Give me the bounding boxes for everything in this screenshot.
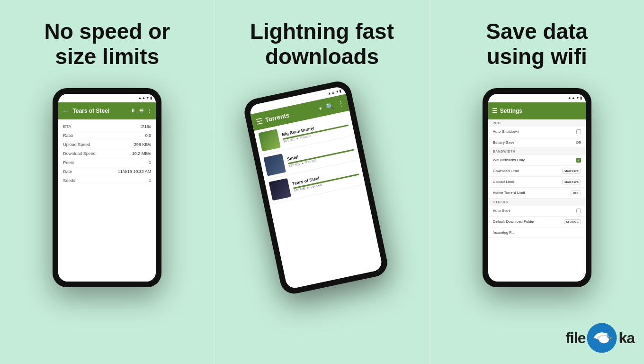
list-icon[interactable]: ☰ [139,108,143,113]
phone-2: ▲▲ ▾ ▮ ☰ Torrents + 🔍 [242,79,390,296]
upload-limit-btn[interactable]: MAX KB/S [562,180,581,184]
detail-label-seeds: Seeds [63,178,75,183]
thumb-bbb [258,129,280,151]
panel-2: Lightning fast downloads ▲▲ ▾ ▮ [215,0,429,364]
phone-2-screen: ▲▲ ▾ ▮ ☰ Torrents + 🔍 [249,85,383,289]
incoming-label: Incoming P... [493,230,515,235]
download-limit-btn[interactable]: MAX KB/S [562,169,581,173]
wifi-icon-2: ▾ [336,89,339,94]
download-limit-label: Download Limit [493,169,519,173]
app-bar-icons-1: ⏸ ☰ ⋮ [131,108,152,113]
dot-2: ● [301,161,304,164]
battery-icon-3: ▮ [580,96,582,100]
phone-3-screen: ▲▲ ▾ ▮ ☰ Settings PRO Auto-Shu [488,94,586,282]
battery-icon-1: ▮ [150,96,152,100]
status-bar-1: ▲▲ ▾ ▮ [58,94,156,102]
detail-row-ratio: Ratio 0.0 [63,131,151,140]
wifi-label: Wifi Networks Only [493,158,525,162]
signal-icon-2: ▲▲ [327,90,335,95]
add-icon[interactable]: + [318,104,323,112]
pause-icon[interactable]: ⏸ [131,108,135,113]
more-icon-2[interactable]: ⋮ [337,100,345,109]
download-folder-btn[interactable]: CHANGE [564,219,581,224]
section-header-pro: PRO [488,119,586,127]
fileksa-text-2: ka [618,329,635,347]
status-bar-3: ▲▲ ▾ ▮ [488,94,586,102]
detail-value-eta: ⏱15s [140,124,152,129]
detail-label-eta: ETA [63,124,71,129]
settings-app-bar: ☰ Settings [488,102,586,119]
hamburger-icon-3[interactable]: ☰ [492,108,497,114]
fileksa-bird-icon [585,321,618,355]
settings-row-download-limit: Download Limit MAX KB/S [488,166,586,177]
svg-point-4 [607,337,608,338]
settings-row-upload-limit: Upload Limit MAX KB/S [488,177,586,188]
download-folder-label: Default Download Folder [493,219,535,224]
autoshutdown-label: Auto-Shutdown [493,129,519,134]
wifi-checkbox[interactable]: ✓ [576,158,581,163]
settings-row-torrent-limit: Active Torrent Limit OFF [488,188,586,199]
autostart-checkbox[interactable] [576,209,581,213]
detail-row-date: Date 11/4/19 10:32 AM [63,167,151,176]
battery-label: Battery Saver [493,140,516,145]
settings-row-incoming: Incoming P... [488,228,586,238]
back-icon-1[interactable]: ← [62,107,69,115]
settings-row-autostart: Auto-Start [488,206,586,217]
detail-label-ratio: Ratio [63,133,73,138]
detail-value-ratio: 0.0 [145,133,152,138]
app-bar-title-1: Tears of Steel [72,108,128,114]
phone-1: ▲▲ ▾ ▮ ← Tears of Steel ⏸ ☰ ⋮ [53,88,161,287]
panels-row: No speed or size limits ▲▲ ▾ ▮ ← [0,0,644,364]
more-icon[interactable]: ⋮ [147,108,152,113]
app-bar-1: ← Tears of Steel ⏸ ☰ ⋮ [58,102,156,119]
detail-row-upload: Upload Speed 298 KB/s [63,140,151,149]
torrent-limit-btn[interactable]: OFF [571,191,581,195]
torrent-detail: ETA ⏱15s Ratio 0.0 Upload Speed 298 KB/s [58,119,156,188]
detail-label-upload: Upload Speed [63,142,90,147]
phone-3: ▲▲ ▾ ▮ ☰ Settings PRO Auto-Shu [483,88,591,287]
phone-2-wrapper: ▲▲ ▾ ▮ ☰ Torrents + 🔍 [260,83,384,287]
detail-label-peers: Peers [63,160,74,165]
hamburger-icon[interactable]: ☰ [255,116,263,126]
detail-value-upload: 298 KB/s [134,142,152,147]
settings-title: Settings [500,108,582,114]
battery-value: Off [576,140,581,145]
autoshutdown-checkbox[interactable] [576,129,581,134]
settings-row-download-folder: Default Download Folder CHANGE [488,217,586,228]
phone-1-content: ETA ⏱15s Ratio 0.0 Upload Speed 298 KB/s [58,119,156,282]
autostart-label: Auto-Start [493,209,510,213]
fileksa-text: file [565,329,585,347]
search-icon[interactable]: 🔍 [325,101,335,110]
panel-1-title: No speed or size limits [44,19,170,69]
detail-row-eta: ETA ⏱15s [63,122,151,131]
dot-3: ● [306,185,309,189]
detail-row-download: Download Speed 10.2 MB/s [63,149,151,158]
fileksa-logo: file [565,321,635,355]
detail-label-date: Date [63,169,72,174]
detail-value-seeds: 1 [149,178,151,183]
settings-row-autoshutdown: Auto-Shutdown [488,127,586,137]
wifi-icon-3: ▾ [577,96,579,100]
settings-content: PRO Auto-Shutdown Battery Saver Off BAND… [488,119,586,282]
settings-row-battery: Battery Saver Off [488,137,586,148]
battery-icon-2: ▮ [339,89,342,93]
torrent-limit-label: Active Torrent Limit [493,191,525,195]
detail-label-download: Download Speed [63,151,96,156]
status-icons-1: ▲▲ ▾ ▮ [138,96,152,100]
section-header-others: OTHERS [488,199,586,206]
torrent-list: Big Buck Bunny 264 MB ● Paused [254,110,383,289]
main-container: No speed or size limits ▲▲ ▾ ▮ ← [0,0,644,364]
dot-1: ● [296,136,299,140]
detail-value-peers: 1 [149,160,151,165]
signal-icon-3: ▲▲ [568,96,575,100]
panel-1: No speed or size limits ▲▲ ▾ ▮ ← [0,0,215,364]
section-header-bandwidth: BANDWIDTH [488,148,586,155]
detail-row-seeds: Seeds 1 [63,176,151,185]
detail-value-download: 10.2 MB/s [132,151,152,156]
phone-1-screen: ▲▲ ▾ ▮ ← Tears of Steel ⏸ ☰ ⋮ [58,94,156,282]
signal-icon-1: ▲▲ [138,96,145,100]
detail-value-date: 11/4/19 10:32 AM [118,169,152,174]
settings-row-wifi: Wifi Networks Only ✓ [488,155,586,166]
panel-3: Save data using wifi ▲▲ ▾ ▮ ☰ [429,0,644,364]
thumb-sintel [263,154,286,176]
